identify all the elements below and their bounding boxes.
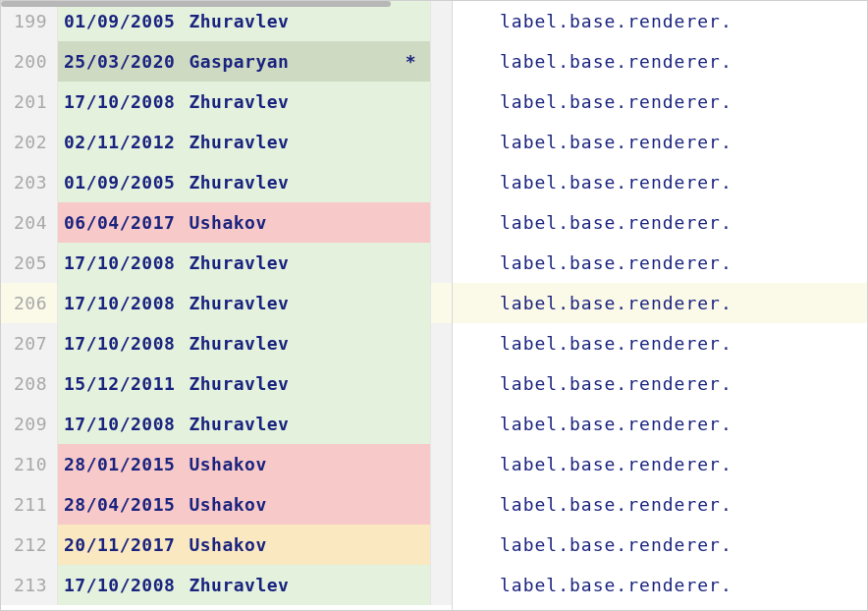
line-number[interactable]: 209	[1, 404, 58, 444]
commit-author: Ushakov	[189, 484, 416, 525]
gutter-spacer	[430, 82, 452, 122]
line-number[interactable]: 200	[1, 41, 58, 82]
gutter-spacer	[430, 404, 452, 444]
blame-annotation[interactable]: 28/04/2015Ushakov	[58, 484, 430, 525]
commit-date: 15/12/2011	[64, 363, 175, 404]
blame-annotation-pane: 19901/09/2005Zhuravlev20025/03/2020Gaspa…	[1, 1, 453, 610]
line-number[interactable]: 203	[1, 162, 58, 202]
blame-annotation[interactable]: 17/10/2008Zhuravlev	[58, 323, 430, 363]
code-line[interactable]: label.base.renderer.	[453, 41, 867, 82]
blame-annotation[interactable]: 17/10/2008Zhuravlev	[58, 565, 430, 605]
commit-author: Zhuravlev	[189, 565, 416, 605]
code-line[interactable]: label.base.renderer.	[453, 323, 867, 363]
blame-annotation[interactable]: 17/10/2008Zhuravlev	[58, 283, 430, 323]
blame-annotation[interactable]: 28/01/2015Ushakov	[58, 444, 430, 484]
code-pane: label.base.renderer.label.base.renderer.…	[453, 1, 867, 610]
commit-date: 17/10/2008	[64, 404, 175, 444]
blame-annotation[interactable]: 15/12/2011Zhuravlev	[58, 363, 430, 404]
blame-annotation[interactable]: 20/11/2017Ushakov	[58, 525, 430, 565]
line-number[interactable]: 199	[1, 1, 58, 41]
commit-date: 17/10/2008	[64, 82, 175, 122]
code-line[interactable]: label.base.renderer.	[453, 243, 867, 283]
blame-row[interactable]: 20025/03/2020Gasparyan*	[1, 41, 452, 82]
commit-date: 02/11/2012	[64, 122, 175, 162]
blame-annotation[interactable]: 25/03/2020Gasparyan*	[58, 41, 430, 82]
code-line[interactable]: label.base.renderer.	[453, 283, 867, 323]
code-line[interactable]: label.base.renderer.	[453, 525, 867, 565]
code-line[interactable]: label.base.renderer.	[453, 444, 867, 484]
blame-row[interactable]: 20517/10/2008Zhuravlev	[1, 243, 452, 283]
gutter-spacer	[430, 1, 452, 41]
gutter-spacer	[430, 243, 452, 283]
code-line[interactable]: label.base.renderer.	[453, 363, 867, 404]
code-line[interactable]: label.base.renderer.	[453, 122, 867, 162]
commit-author: Ushakov	[189, 444, 416, 484]
gutter-spacer	[430, 484, 452, 525]
code-line[interactable]: label.base.renderer.	[453, 565, 867, 605]
commit-author: Zhuravlev	[189, 363, 416, 404]
blame-row[interactable]: 20301/09/2005Zhuravlev	[1, 162, 452, 202]
line-number[interactable]: 204	[1, 202, 58, 243]
commit-date: 20/11/2017	[64, 525, 175, 565]
gutter-spacer	[430, 283, 452, 323]
gutter-spacer	[430, 323, 452, 363]
blame-annotation[interactable]: 01/09/2005Zhuravlev	[58, 1, 430, 41]
code-line[interactable]: label.base.renderer.	[453, 202, 867, 243]
line-number[interactable]: 206	[1, 283, 58, 323]
blame-annotation[interactable]: 17/10/2008Zhuravlev	[58, 243, 430, 283]
commit-date: 17/10/2008	[64, 243, 175, 283]
line-number[interactable]: 207	[1, 323, 58, 363]
commit-date: 17/10/2008	[64, 323, 175, 363]
commit-author: Zhuravlev	[189, 162, 416, 202]
blame-annotation[interactable]: 06/04/2017Ushakov	[58, 202, 430, 243]
code-line[interactable]: label.base.renderer.	[453, 484, 867, 525]
blame-row[interactable]: 21128/04/2015Ushakov	[1, 484, 452, 525]
line-number[interactable]: 213	[1, 565, 58, 605]
commit-author: Ushakov	[189, 525, 416, 565]
blame-annotation[interactable]: 02/11/2012Zhuravlev	[58, 122, 430, 162]
gutter-spacer	[430, 525, 452, 565]
blame-row[interactable]: 20117/10/2008Zhuravlev	[1, 82, 452, 122]
blame-row[interactable]: 21028/01/2015Ushakov	[1, 444, 452, 484]
blame-row[interactable]: 20815/12/2011Zhuravlev	[1, 363, 452, 404]
gutter-spacer	[430, 565, 452, 605]
gutter-spacer	[430, 363, 452, 404]
line-number[interactable]: 201	[1, 82, 58, 122]
blame-annotation[interactable]: 01/09/2005Zhuravlev	[58, 162, 430, 202]
commit-date: 06/04/2017	[64, 202, 175, 243]
line-number[interactable]: 208	[1, 363, 58, 404]
code-line[interactable]: label.base.renderer.	[453, 1, 867, 41]
commit-author: Zhuravlev	[189, 243, 416, 283]
line-number[interactable]: 211	[1, 484, 58, 525]
blame-annotation[interactable]: 17/10/2008Zhuravlev	[58, 82, 430, 122]
commit-author: Zhuravlev	[189, 1, 416, 41]
gutter-spacer	[430, 162, 452, 202]
commit-date: 17/10/2008	[64, 565, 175, 605]
horizontal-scrollbar-track[interactable]	[1, 1, 867, 7]
commit-author: Gasparyan	[189, 41, 405, 82]
line-number[interactable]: 210	[1, 444, 58, 484]
code-line[interactable]: label.base.renderer.	[453, 162, 867, 202]
blame-row[interactable]: 21317/10/2008Zhuravlev	[1, 565, 452, 605]
line-number[interactable]: 202	[1, 122, 58, 162]
blame-row[interactable]: 21220/11/2017Ushakov	[1, 525, 452, 565]
horizontal-scrollbar-thumb[interactable]	[1, 1, 391, 7]
gutter-spacer	[430, 444, 452, 484]
blame-row[interactable]: 20617/10/2008Zhuravlev	[1, 283, 452, 323]
code-line[interactable]: label.base.renderer.	[453, 404, 867, 444]
gutter-spacer	[430, 202, 452, 243]
blame-row[interactable]: 20717/10/2008Zhuravlev	[1, 323, 452, 363]
code-line[interactable]: label.base.renderer.	[453, 82, 867, 122]
commit-author: Ushakov	[189, 202, 416, 243]
blame-row[interactable]: 19901/09/2005Zhuravlev	[1, 1, 452, 41]
commit-author: Zhuravlev	[189, 404, 416, 444]
commit-author: Zhuravlev	[189, 82, 416, 122]
commit-date: 25/03/2020	[64, 41, 175, 82]
blame-row[interactable]: 20202/11/2012Zhuravlev	[1, 122, 452, 162]
blame-row[interactable]: 20406/04/2017Ushakov	[1, 202, 452, 243]
blame-annotation[interactable]: 17/10/2008Zhuravlev	[58, 404, 430, 444]
line-number[interactable]: 212	[1, 525, 58, 565]
line-number[interactable]: 205	[1, 243, 58, 283]
commit-date: 01/09/2005	[64, 1, 175, 41]
blame-row[interactable]: 20917/10/2008Zhuravlev	[1, 404, 452, 444]
